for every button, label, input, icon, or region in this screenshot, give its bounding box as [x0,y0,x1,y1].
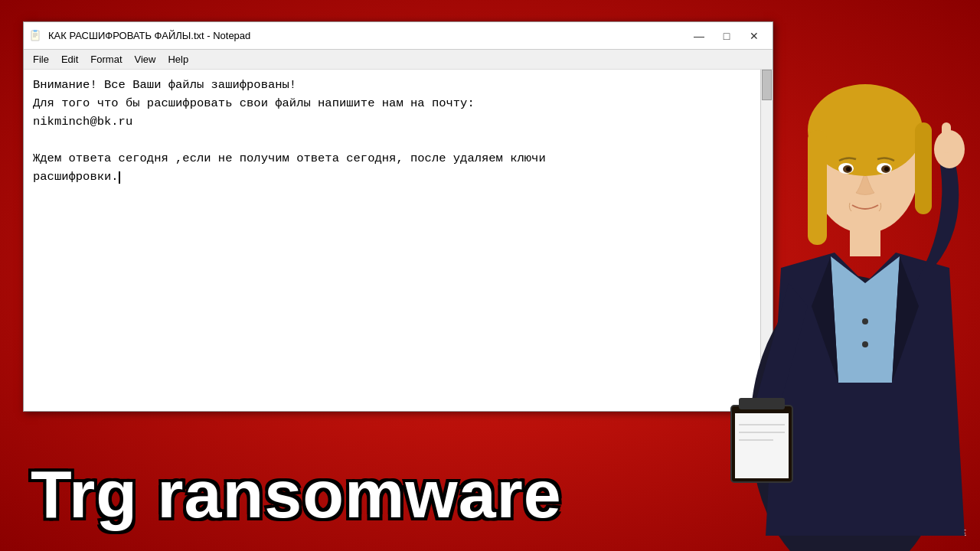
content-line-2: Для того что бы расшифровать свои файлы … [33,94,763,112]
ransomware-title: Trg ransomware [31,461,562,528]
notepad-window: КАК РАСШИФРОВАТЬ ФАЙЛЫ.txt - Notepad — □… [23,21,773,412]
content-line-5: Ждем ответа сегодня ,если не получим отв… [33,149,763,168]
person-svg [689,0,980,551]
content-line-1: Внимание! Все Ваши файлы зашифрованы! [33,76,763,94]
svg-point-25 [846,167,851,171]
svg-rect-15 [735,413,789,478]
svg-rect-10 [850,226,880,256]
svg-rect-9 [915,122,932,214]
content-line-6: расшифровки. [33,168,763,186]
menu-file[interactable]: File [27,52,55,67]
menu-view[interactable]: View [129,52,162,67]
title-bar: КАК РАСШИФРОВАТЬ ФАЙЛЫ.txt - Notepad — □… [24,22,773,50]
svg-point-20 [862,341,868,347]
title-bar-left: КАК РАСШИФРОВАТЬ ФАЙЛЫ.txt - Notepad [30,30,250,42]
notepad-icon [30,30,42,42]
menu-edit[interactable]: Edit [55,52,84,67]
content-line-3: nikminch@bk.ru [33,112,763,131]
window-title: КАК РАСШИФРОВАТЬ ФАЙЛЫ.txt - Notepad [48,30,250,41]
text-cursor [119,171,120,184]
svg-rect-1 [34,30,37,32]
svg-rect-8 [808,130,827,245]
content-line-6-text: расшифровки. [33,170,119,184]
svg-point-26 [884,167,889,171]
svg-rect-14 [739,398,785,409]
svg-rect-0 [31,31,39,41]
menu-help[interactable]: Help [162,52,194,67]
svg-rect-12 [942,122,951,153]
svg-point-19 [862,318,868,324]
content-line-4 [33,131,763,149]
person-figure [689,0,980,551]
notepad-content[interactable]: Внимание! Все Ваши файлы зашифрованы! Дл… [24,70,773,411]
menu-format[interactable]: Format [84,52,128,67]
menu-bar: File Edit Format View Help [24,50,773,70]
